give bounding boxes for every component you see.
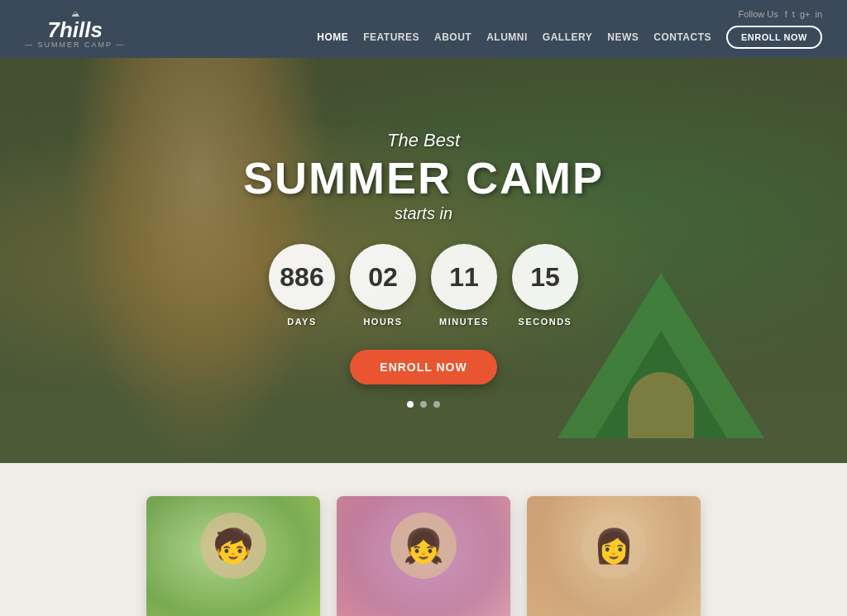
card-alumni: 👧 Alumni STAY IN TOUCH MORE — [337, 496, 510, 616]
social-icons: f t g+ in — [785, 9, 822, 19]
nav-contacts[interactable]: CONTACTS — [653, 31, 711, 43]
hero-subtitle: The Best — [387, 130, 460, 151]
countdown-seconds-value: 15 — [512, 244, 578, 310]
googleplus-icon[interactable]: g+ — [800, 9, 811, 19]
countdown-days: 886 DAYS — [269, 244, 335, 327]
nav-alumni[interactable]: ALUMNI — [486, 31, 528, 43]
countdown-minutes-label: MINUTES — [439, 317, 489, 327]
logo-text: 7hills — [47, 19, 102, 41]
hero-content: The Best SUMMER CAMP starts in 886 DAYS … — [0, 58, 847, 463]
card-gallery-face: 🧒 — [200, 513, 266, 579]
nav-news[interactable]: NEWS — [607, 31, 639, 43]
slide-dot-2[interactable] — [420, 401, 427, 408]
hero-section: The Best SUMMER CAMP starts in 886 DAYS … — [0, 58, 847, 463]
slider-dots — [407, 401, 440, 408]
countdown-hours-value: 02 — [350, 244, 416, 310]
card-alumni-bg: 👧 — [337, 496, 510, 616]
countdown-hours-label: HOURS — [363, 317, 402, 327]
countdown-minutes-value: 11 — [431, 244, 497, 310]
linkedin-icon[interactable]: in — [815, 9, 822, 19]
nav-home[interactable]: HOME — [317, 31, 348, 43]
main-nav: HOME FEATURES ABOUT ALUMNI GALLERY NEWS … — [317, 26, 822, 49]
card-gallery-bg: 🧒 — [146, 496, 320, 616]
facebook-icon[interactable]: f — [785, 9, 787, 19]
header-right: Follow Us f t g+ in HOME FEATURES ABOUT … — [317, 9, 822, 49]
slide-dot-1[interactable] — [407, 401, 414, 408]
twitter-icon[interactable]: t — [792, 9, 795, 19]
hero-enroll-button[interactable]: ENROLL NOW — [350, 350, 496, 384]
card-team: 👩 Staff Positions JOIN THE TEAM MORE — [527, 496, 701, 616]
nav-about[interactable]: ABOUT — [434, 31, 471, 43]
card-alumni-face: 👧 — [390, 513, 457, 579]
card-team-face: 👩 — [581, 513, 647, 579]
card-team-bg: 👩 — [527, 496, 701, 616]
nav-features[interactable]: FEATURES — [363, 31, 419, 43]
follow-us-label: Follow Us — [738, 9, 778, 19]
hero-starts-in: starts in — [395, 204, 452, 223]
logo-sub: — SUMMER CAMP — — [25, 41, 125, 49]
countdown-seconds: 15 SECONDS — [512, 244, 578, 327]
logo: ⛰ 7hills — SUMMER CAMP — — [25, 9, 125, 49]
hero-title: SUMMER CAMP — [243, 155, 604, 200]
nav-gallery[interactable]: GALLERY — [543, 31, 592, 43]
countdown-days-label: DAYS — [287, 317, 317, 327]
card-team-image: 👩 — [527, 496, 701, 616]
card-alumni-image: 👧 — [337, 496, 510, 616]
countdown-seconds-label: SECONDS — [519, 317, 572, 327]
countdown-timer: 886 DAYS 02 HOURS 11 MINUTES 15 SECONDS — [269, 244, 578, 327]
header: ⛰ 7hills — SUMMER CAMP — Follow Us f t g… — [0, 0, 847, 58]
card-gallery-image: 🧒 — [146, 496, 320, 616]
countdown-days-value: 886 — [269, 244, 335, 310]
slide-dot-3[interactable] — [433, 401, 440, 408]
header-enroll-button[interactable]: ENROLL NOW — [726, 26, 822, 49]
follow-us-row: Follow Us f t g+ in — [738, 9, 822, 19]
cards-section: 🧒 Photos VISIT GALLERY MORE 👧 Alumni STA… — [0, 463, 847, 616]
countdown-minutes: 11 MINUTES — [431, 244, 497, 327]
card-gallery: 🧒 Photos VISIT GALLERY MORE — [146, 496, 320, 616]
countdown-hours: 02 HOURS — [350, 244, 416, 327]
